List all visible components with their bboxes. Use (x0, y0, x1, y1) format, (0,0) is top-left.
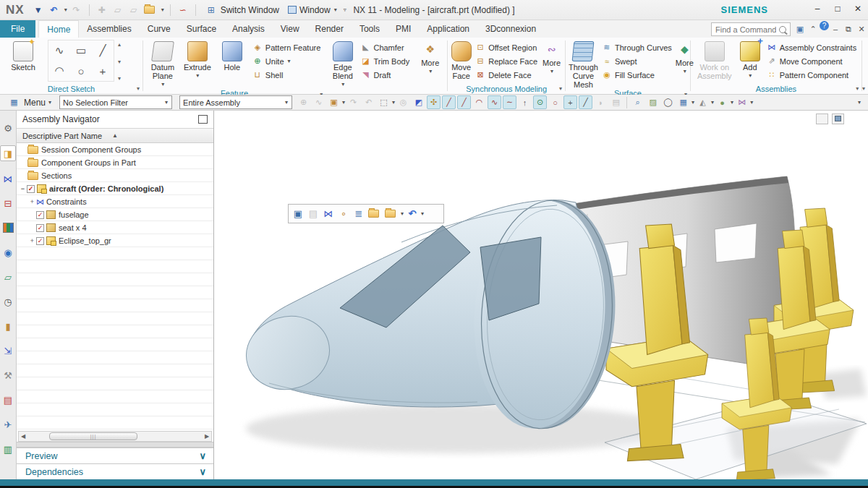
group-dialog-caret[interactable]: ▾ (137, 85, 140, 92)
tree-item-component-groups[interactable]: Component Groups in Part (17, 156, 213, 169)
window-button[interactable]: Window ▾ (285, 5, 340, 15)
trim-body-button[interactable]: ◪ Trim Body (358, 54, 412, 68)
sync-more-button[interactable]: ∾ More▾ (541, 40, 562, 76)
panel-resize-grip[interactable] (17, 442, 213, 448)
perspective-icon[interactable]: ⋈ (735, 95, 749, 109)
fullscreen-icon[interactable]: ▣ (793, 20, 807, 38)
tree-item-aircraft[interactable]: − ✓ aircraft (Order: Chronological) (17, 182, 213, 195)
tab-pmi[interactable]: PMI (388, 20, 419, 38)
model-views-icon[interactable]: ✈ (1, 417, 15, 432)
replace-face-button[interactable]: ⊟ Replace Face (473, 54, 540, 68)
delete-face-button[interactable]: ⊠ Delete Face (473, 68, 540, 82)
scroll-up-caret[interactable]: ▴ (118, 41, 121, 48)
window-close-icon[interactable]: ✕ (855, 20, 868, 38)
open-dropdown-caret[interactable]: ▾ (161, 7, 164, 13)
measure-icon[interactable]: ⇲ (1, 343, 15, 358)
tab-curve[interactable]: Curve (140, 20, 179, 38)
tree-item-seat[interactable]: ✓ seat x 4 (17, 221, 213, 234)
tab-home[interactable]: Home (38, 20, 79, 38)
rotate-view-icon[interactable]: ◯ (661, 95, 675, 109)
hole-button[interactable]: Hole (216, 40, 249, 72)
assembly-navigator-icon[interactable]: ◨ (0, 145, 16, 161)
undo-dropdown-caret[interactable]: ▾ (64, 7, 67, 13)
tab-view[interactable]: View (273, 20, 307, 38)
arc-icon[interactable]: ◠ (48, 61, 70, 81)
qat-customize-caret[interactable]: ▿ (344, 7, 346, 13)
fill-surface-button[interactable]: ◉ Fill Surface (600, 68, 674, 82)
swept-button[interactable]: ≈ Swept (600, 54, 674, 68)
preview-section-header[interactable]: Preview ∨ (17, 448, 213, 463)
minimize-ribbon-icon[interactable]: ⌃ (807, 20, 820, 38)
fit-view-icon[interactable]: ▨ (646, 95, 660, 109)
extrude-button[interactable]: Extrude▾ (181, 40, 214, 80)
expand-toggle[interactable]: + (28, 198, 36, 205)
profile-icon[interactable]: ∿ (48, 40, 70, 61)
undo-icon[interactable]: ↶ (48, 4, 61, 17)
circle-center-toggle[interactable]: ⊙ (533, 95, 547, 109)
shaded-sphere-icon[interactable]: ● (715, 95, 729, 109)
selection-filter-dropdown[interactable]: No Selection Filter ▾ (59, 95, 172, 109)
tab-tools[interactable]: Tools (352, 20, 388, 38)
group-dialog-caret[interactable]: ▾ (856, 85, 859, 92)
through-curve-mesh-button[interactable]: Through Curve Mesh (569, 40, 598, 89)
tab-3dconnexion[interactable]: 3Dconnexion (477, 20, 544, 38)
feature-more-button[interactable]: ❖ More▾ (416, 40, 444, 76)
expand-toggle[interactable]: + (28, 237, 36, 244)
sheet-snap-icon[interactable]: ▤ (609, 95, 623, 109)
tree-item-sections[interactable]: Sections (17, 169, 213, 182)
arc-point-toggle[interactable]: ◠ (472, 95, 486, 109)
sketch-button[interactable]: Sketch (3, 40, 43, 72)
scroll-right-arrow[interactable]: ▶ (203, 433, 211, 440)
solid-box-icon[interactable]: ◩ (412, 95, 425, 109)
tab-file[interactable]: File (0, 20, 35, 38)
draft-button[interactable]: ◥ Draft (358, 68, 412, 82)
tab-application[interactable]: Application (419, 20, 477, 38)
point-icon[interactable]: + (92, 61, 114, 81)
command-finder-icon[interactable]: ∽ (176, 4, 190, 17)
selection-scope-dropdown[interactable]: Entire Assembly ▾ (179, 95, 292, 109)
undo-view-icon[interactable]: ↶ (362, 95, 375, 109)
history-icon[interactable]: ▱ (1, 270, 15, 284)
snap-point-toggle[interactable]: ✣ (427, 95, 441, 109)
pattern-feature-button[interactable]: ◈ Pattern Feature (250, 40, 323, 54)
tree-item-eclipse-top-gr[interactable]: + ✓ Eclipse_top_gr (17, 234, 213, 247)
work-on-assembly-button[interactable]: Work on Assembly (694, 40, 736, 80)
end-point-toggle[interactable]: ╱ (442, 95, 456, 109)
collapse-toggle[interactable]: − (19, 185, 27, 192)
move-component-button[interactable]: ⇗ Move Component (765, 54, 859, 68)
assembly-constraints-button[interactable]: ⋈ Assembly Constraints (765, 40, 859, 54)
tangent-point-toggle[interactable]: ∼ (503, 95, 516, 109)
marquee-select-icon[interactable]: ⬚ (377, 95, 391, 109)
face-snap-icon[interactable]: ◗ (594, 95, 608, 109)
graphics-viewport[interactable]: ▣ ▤ ⋈ ∘ ≣ ▾ ↶ ▾ (214, 111, 868, 479)
datum-plane-button[interactable]: Datum Plane▾ (146, 40, 179, 89)
roles-icon[interactable]: ▮ (1, 319, 15, 333)
render-style-icon[interactable]: ◭ (696, 95, 710, 109)
tree-item-session-groups[interactable]: Session Component Groups (17, 143, 213, 156)
switch-window-button[interactable]: ⊞ Switch Window (202, 4, 282, 17)
offset-region-button[interactable]: ⊡ Offset Region (473, 40, 540, 54)
shell-button[interactable]: ⊔ Shell (250, 68, 323, 82)
horizontal-scrollbar[interactable]: ◀ ||| ▶ (18, 431, 212, 442)
deselect-icon[interactable]: ∿ (312, 95, 326, 109)
rotate-reuse-icon[interactable]: ↷ (346, 95, 360, 109)
view-layout-icon[interactable]: ▦ (676, 95, 690, 109)
point-on-curve-toggle[interactable]: + (563, 95, 577, 109)
cut-icon[interactable]: ✚ (95, 4, 109, 17)
constraint-navigator-icon[interactable]: ⋈ (1, 171, 15, 186)
help-icon[interactable]: ? (820, 21, 829, 30)
tree-item-fuselage[interactable]: ✓ fuselage (17, 208, 213, 221)
scrollbar-thumb[interactable]: ||| (49, 432, 137, 440)
window-restore-icon[interactable]: ⧉ (842, 20, 855, 38)
move-face-button[interactable]: Move Face (451, 40, 472, 80)
redo-icon[interactable]: ↷ (70, 4, 83, 17)
close-button[interactable]: ✕ (852, 3, 864, 14)
paste-icon[interactable]: ▱ (127, 4, 140, 17)
add-component-button[interactable]: + Add▾ (737, 40, 763, 80)
gear-icon[interactable]: ⚙ (1, 121, 15, 135)
dropdown-caret[interactable]: ▾ (118, 59, 121, 65)
process-icon[interactable]: ⚒ (1, 368, 15, 382)
toolbar-overflow-caret[interactable]: ▾ (858, 99, 861, 106)
column-header[interactable]: Descriptive Part Name ▲ (17, 128, 213, 143)
window-minimize-icon[interactable]: – (829, 20, 842, 38)
